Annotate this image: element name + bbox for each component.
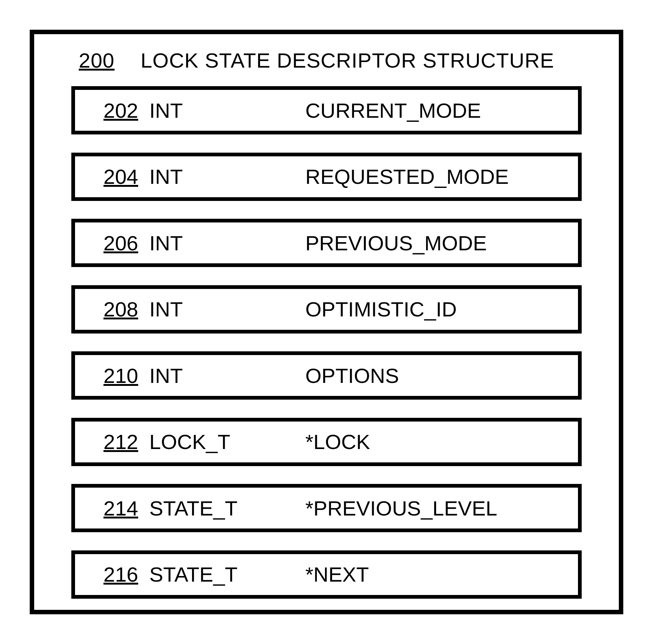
field-ref-number: 202 [75,98,149,123]
field-row: 216STATE_T*NEXT [71,550,582,599]
field-name: OPTIMISTIC_ID [305,297,578,321]
header-title: LOCK STATE DESCRIPTOR STRUCTURE [140,48,554,72]
field-name: *PREVIOUS_LEVEL [305,496,578,520]
header-ref-number: 200 [79,48,114,72]
field-type: INT [149,231,305,255]
field-ref-number: 208 [75,297,149,321]
field-type: INT [149,98,305,123]
field-ref-number: 206 [75,231,149,255]
field-row: 214STATE_T*PREVIOUS_LEVEL [71,484,582,532]
field-type: LOCK_T [149,430,305,454]
field-row: 202INTCURRENT_MODE [71,86,582,134]
field-ref-number: 204 [75,165,149,189]
field-name: *NEXT [305,562,578,586]
field-row: 210INTOPTIONS [71,351,582,400]
field-ref-number: 210 [75,364,149,388]
field-row: 208INTOPTIMISTIC_ID [71,285,582,334]
field-type: INT [149,364,305,388]
field-ref-number: 216 [75,562,149,586]
field-ref-number: 214 [75,496,149,520]
field-row: 204INTREQUESTED_MODE [71,153,582,201]
field-name: REQUESTED_MODE [305,165,578,189]
field-rows: 202INTCURRENT_MODE204INTREQUESTED_MODE20… [71,86,582,599]
diagram-frame: 200 LOCK STATE DESCRIPTOR STRUCTURE 202I… [30,30,623,614]
field-type: INT [149,297,305,321]
field-type: STATE_T [149,496,305,520]
field-name: PREVIOUS_MODE [305,231,578,255]
field-row: 206INTPREVIOUS_MODE [71,219,582,267]
field-name: *LOCK [305,430,578,454]
field-row: 212LOCK_T*LOCK [71,418,582,466]
diagram-header: 200 LOCK STATE DESCRIPTOR STRUCTURE [79,45,597,75]
field-ref-number: 212 [75,430,149,454]
field-type: STATE_T [149,562,305,586]
field-name: CURRENT_MODE [305,98,578,123]
field-name: OPTIONS [305,364,578,388]
field-type: INT [149,165,305,189]
